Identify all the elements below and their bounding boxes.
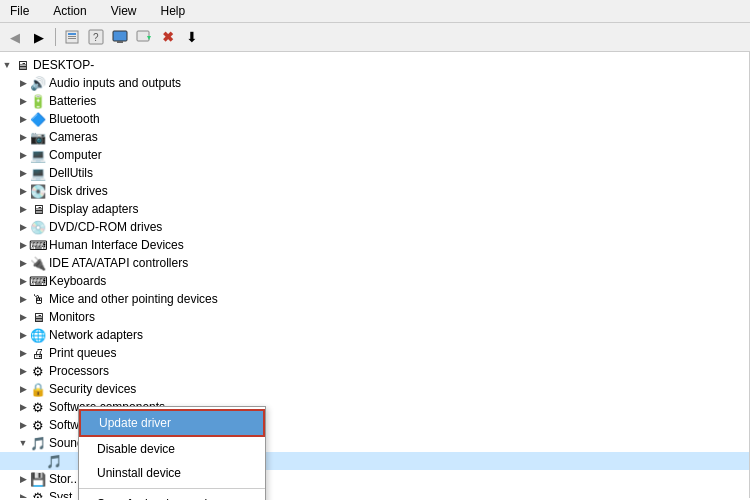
- menu-action[interactable]: Action: [47, 2, 92, 20]
- toggle[interactable]: ▶: [16, 130, 30, 144]
- properties-button[interactable]: [61, 26, 83, 48]
- item-label: Audio inputs and outputs: [49, 76, 181, 90]
- list-item[interactable]: ▶ 📷 Cameras: [0, 128, 749, 146]
- context-separator-1: [79, 488, 265, 489]
- toggle[interactable]: ▶: [16, 112, 30, 126]
- svg-rect-3: [68, 38, 76, 39]
- root-label: DESKTOP-: [33, 58, 94, 72]
- dellutils-icon: 💻: [30, 165, 46, 181]
- toggle: [32, 454, 46, 468]
- list-item[interactable]: ▶ 🔷 Bluetooth: [0, 110, 749, 128]
- list-item[interactable]: ▶ 💿 DVD/CD-ROM drives: [0, 218, 749, 236]
- item-label: Processors: [49, 364, 109, 378]
- item-label: Disk drives: [49, 184, 108, 198]
- list-item[interactable]: ▶ 💻 DellUtils: [0, 164, 749, 182]
- toggle[interactable]: ▶: [16, 418, 30, 432]
- toggle[interactable]: ▶: [16, 202, 30, 216]
- list-item[interactable]: ▶ 🔊 Audio inputs and outputs: [0, 74, 749, 92]
- list-item[interactable]: ▶ 💽 Disk drives: [0, 182, 749, 200]
- list-item[interactable]: ▶ 🖥 Display adapters: [0, 200, 749, 218]
- context-menu: Update driver Disable device Uninstall d…: [78, 406, 266, 500]
- uninstall-button[interactable]: ✖: [157, 26, 179, 48]
- toggle[interactable]: ▶: [16, 166, 30, 180]
- svg-rect-7: [117, 41, 123, 43]
- list-item[interactable]: ▶ 🖨 Print queues: [0, 344, 749, 362]
- back-button[interactable]: ◀: [4, 26, 26, 48]
- menu-bar: File Action View Help: [0, 0, 750, 23]
- item-label: Keyboards: [49, 274, 106, 288]
- list-item[interactable]: ▶ ⚙ Processors: [0, 362, 749, 380]
- toggle[interactable]: ▶: [16, 220, 30, 234]
- toggle[interactable]: ▶: [16, 346, 30, 360]
- item-label: Security devices: [49, 382, 136, 396]
- list-item[interactable]: ▶ 🔒 Security devices: [0, 380, 749, 398]
- monitor-button[interactable]: [109, 26, 131, 48]
- list-item[interactable]: ▶ 🌐 Network adapters: [0, 326, 749, 344]
- main-area: ▼ 🖥 DESKTOP- ▶ 🔊 Audio inputs and output…: [0, 52, 750, 498]
- list-item[interactable]: ▶ ⌨ Human Interface Devices: [0, 236, 749, 254]
- item-label: Mice and other pointing devices: [49, 292, 218, 306]
- toggle[interactable]: ▶: [16, 256, 30, 270]
- item-label: DellUtils: [49, 166, 93, 180]
- context-update-driver[interactable]: Update driver: [79, 409, 265, 437]
- processors-icon: ⚙: [30, 363, 46, 379]
- item-label: Human Interface Devices: [49, 238, 184, 252]
- root-toggle[interactable]: ▼: [0, 58, 14, 72]
- toggle[interactable]: ▶: [16, 310, 30, 324]
- list-item[interactable]: ▶ 💻 Computer: [0, 146, 749, 164]
- context-disable-device[interactable]: Disable device: [79, 437, 265, 461]
- menu-help[interactable]: Help: [155, 2, 192, 20]
- list-item[interactable]: ▶ 🔌 IDE ATA/ATAPI controllers: [0, 254, 749, 272]
- cameras-icon: 📷: [30, 129, 46, 145]
- toggle[interactable]: ▶: [16, 382, 30, 396]
- menu-file[interactable]: File: [4, 2, 35, 20]
- update-icon: [136, 29, 152, 45]
- toggle[interactable]: ▼: [16, 436, 30, 450]
- disk-drives-icon: 💽: [30, 183, 46, 199]
- update-driver-button[interactable]: [133, 26, 155, 48]
- monitor-icon: [112, 29, 128, 45]
- toggle[interactable]: ▶: [16, 76, 30, 90]
- item-label: Cameras: [49, 130, 98, 144]
- item-label: Stor...: [49, 472, 80, 486]
- toggle[interactable]: ▶: [16, 148, 30, 162]
- toggle[interactable]: ▶: [16, 94, 30, 108]
- system-icon: ⚙: [30, 489, 46, 498]
- help-button[interactable]: ?: [85, 26, 107, 48]
- svg-rect-6: [113, 31, 127, 41]
- list-item[interactable]: ▶ ⌨ Keyboards: [0, 272, 749, 290]
- context-scan-hardware[interactable]: Scan for hardware changes: [79, 492, 265, 500]
- toggle[interactable]: ▶: [16, 292, 30, 306]
- toggle[interactable]: ▶: [16, 364, 30, 378]
- tree-root[interactable]: ▼ 🖥 DESKTOP-: [0, 56, 749, 74]
- item-label: Computer: [49, 148, 102, 162]
- help-icon: ?: [88, 29, 104, 45]
- display-adapters-icon: 🖥: [30, 201, 46, 217]
- toggle[interactable]: ▶: [16, 490, 30, 498]
- ide-icon: 🔌: [30, 255, 46, 271]
- software-devices-icon: ⚙: [30, 417, 46, 433]
- toggle[interactable]: ▶: [16, 328, 30, 342]
- list-item[interactable]: ▶ 🖥 Monitors: [0, 308, 749, 326]
- network-icon: 🌐: [30, 327, 46, 343]
- toolbar: ◀ ▶ ? ✖ ⬇: [0, 23, 750, 52]
- forward-button[interactable]: ▶: [28, 26, 50, 48]
- toggle[interactable]: ▶: [16, 472, 30, 486]
- context-uninstall-device[interactable]: Uninstall device: [79, 461, 265, 485]
- item-label: Bluetooth: [49, 112, 100, 126]
- audio-icon: 🔊: [30, 75, 46, 91]
- monitors-icon: 🖥: [30, 309, 46, 325]
- computer-icon: 🖥: [14, 57, 30, 73]
- list-item[interactable]: ▶ 🔋 Batteries: [0, 92, 749, 110]
- svg-rect-1: [68, 33, 76, 35]
- toggle[interactable]: ▶: [16, 184, 30, 198]
- item-label: Batteries: [49, 94, 96, 108]
- menu-view[interactable]: View: [105, 2, 143, 20]
- item-label: Network adapters: [49, 328, 143, 342]
- item-label: IDE ATA/ATAPI controllers: [49, 256, 188, 270]
- scan-button[interactable]: ⬇: [181, 26, 203, 48]
- device-icon: 🎵: [46, 453, 62, 469]
- toggle[interactable]: ▶: [16, 400, 30, 414]
- batteries-icon: 🔋: [30, 93, 46, 109]
- list-item[interactable]: ▶ 🖱 Mice and other pointing devices: [0, 290, 749, 308]
